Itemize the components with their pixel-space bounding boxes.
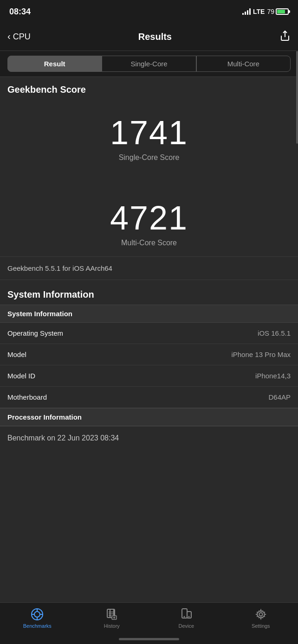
page-title: Results [138,32,172,42]
benchmark-timestamp: Benchmark on 22 Jun 2023 08:34 [0,426,298,450]
model-value: iPhone 13 Pro Max [231,351,291,358]
table-row: Motherboard D64AP [0,387,298,408]
processor-info-table-header: Processor Information [0,408,298,426]
tab-multi-core[interactable]: Multi-Core [196,56,291,72]
device-tab-label: Device [178,623,194,629]
svg-point-19 [188,616,190,618]
geekbench-title: Geekbench Score [7,84,86,95]
single-core-score-value: 1741 [0,114,298,152]
processor-info-sub-header: Processor Information [7,413,82,421]
battery-indicator: 79 [267,8,289,15]
svg-point-20 [259,613,262,616]
tab-benchmarks[interactable]: Benchmarks [0,607,75,629]
model-label: Model [7,351,26,358]
history-icon [105,607,119,621]
model-id-value: iPhone14,3 [255,372,291,380]
tab-result[interactable]: Result [7,56,102,72]
settings-svg-icon [254,608,267,621]
multi-core-score-block: 4721 Multi-Core Score [0,185,298,256]
os-label: Operating System [7,329,63,337]
back-button[interactable]: ‹ CPU [7,32,31,42]
tab-selector: Result Single-Core Multi-Core [0,51,298,77]
svg-point-18 [184,616,185,618]
table-row: Model iPhone 13 Pro Max [0,344,298,365]
sys-info-table-header: System Information [0,305,298,323]
signal-bars-icon [242,8,251,15]
single-core-score-label: Single-Core Score [0,153,298,162]
score-spacer [0,171,298,185]
status-bar: 08:34 LTE 79 [0,0,298,23]
history-tab-label: History [104,623,120,629]
motherboard-value: D64AP [268,393,291,401]
tab-device[interactable]: Device [149,607,224,629]
sys-info-title: System Information [7,289,94,300]
share-button[interactable] [279,30,291,44]
battery-box-icon [276,8,289,15]
sys-info-sub-header: System Information [7,310,72,318]
geekbench-score-header: Geekbench Score [0,77,298,100]
model-id-label: Model ID [7,372,35,380]
sys-info-section-title: System Information [0,280,298,305]
back-label: CPU [13,32,31,42]
benchmark-timestamp-text: Benchmark on 22 Jun 2023 08:34 [7,434,119,442]
tab-settings[interactable]: Settings [224,607,298,629]
svg-point-2 [34,612,40,617]
lte-label: LTE [253,8,265,15]
multi-core-score-label: Multi-Core Score [0,239,298,247]
multi-core-score-value: 4721 [0,199,298,237]
tab-single-core[interactable]: Single-Core [102,56,196,72]
status-icons: LTE 79 [242,8,289,15]
single-core-score-block: 1741 Single-Core Score [0,100,298,171]
scroll-indicator [296,51,298,144]
status-time: 08:34 [9,7,31,17]
os-value: iOS 16.5.1 [258,329,291,337]
settings-tab-label: Settings [252,623,270,629]
info-row: Geekbench 5.5.1 for iOS AArch64 [0,256,298,280]
table-row: Model ID iPhone14,3 [0,365,298,387]
motherboard-label: Motherboard [7,393,47,401]
device-icon [179,607,193,621]
table-row: Operating System iOS 16.5.1 [0,323,298,344]
chevron-left-icon: ‹ [7,31,11,42]
nav-bar: ‹ CPU Results [0,23,298,51]
battery-percent: 79 [267,8,274,15]
settings-icon [254,607,268,621]
benchmarks-icon [30,607,44,621]
content-area: Geekbench Score 1741 Single-Core Score 4… [0,77,298,496]
benchmarks-svg-icon [31,608,44,621]
info-text: Geekbench 5.5.1 for iOS AArch64 [7,264,112,272]
home-indicator [119,638,179,640]
device-svg-icon [180,608,193,621]
benchmarks-tab-label: Benchmarks [23,623,52,629]
tab-history[interactable]: History [75,607,149,629]
battery-fill [277,10,285,13]
history-svg-icon [105,608,118,621]
share-icon [279,30,291,41]
